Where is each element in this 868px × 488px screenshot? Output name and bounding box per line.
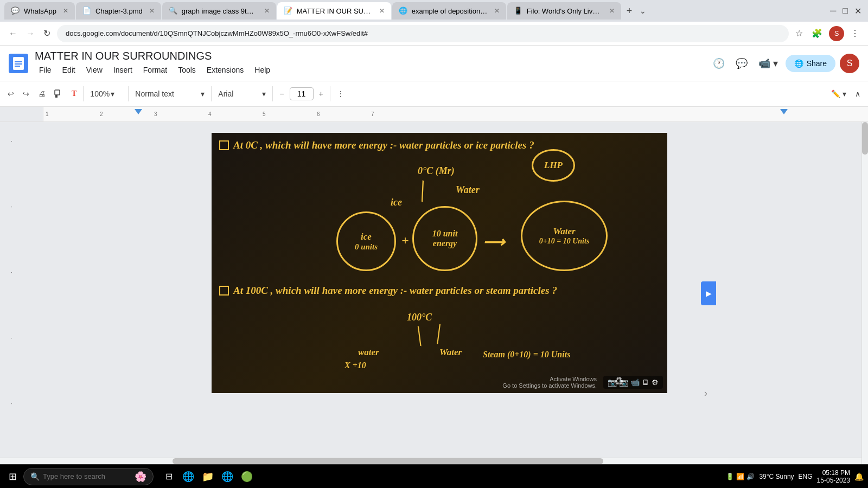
increase-font-button[interactable]: +	[316, 87, 327, 100]
ruler-right-margin[interactable]	[780, 109, 788, 114]
tab-bar: 💬 WhatsApp ✕ 📄 Chapter-3.pmd ✕ 🔍 graph i…	[0, 0, 868, 22]
tab-deposition-close[interactable]: ✕	[494, 7, 500, 15]
google-docs-icon[interactable]	[9, 54, 28, 73]
new-tab-button[interactable]: +	[622, 5, 637, 17]
tab-filo-close[interactable]: ✕	[609, 7, 615, 15]
taskbar-app-chrome[interactable]: 🌐	[219, 468, 236, 485]
menu-format[interactable]: Format	[139, 63, 171, 76]
taskbar-search-bar[interactable]: 🔍 🌸	[23, 468, 154, 485]
zoom-selector[interactable]: 100% ▾	[87, 87, 125, 100]
gemini-side-button[interactable]: ▶	[701, 281, 716, 305]
bookmark-button[interactable]: ☆	[793, 26, 805, 41]
vc-settings[interactable]: ⚙	[652, 378, 659, 387]
deposition-favicon: 🌐	[399, 7, 407, 15]
print-button[interactable]: 🖨	[35, 87, 49, 100]
menu-extensions[interactable]: Extensions	[202, 63, 248, 76]
back-button[interactable]: ←	[7, 27, 20, 41]
settings-button[interactable]: ⋮	[848, 26, 861, 41]
tab-matter[interactable]: 📝 MATTER IN OUR SURROUND... ✕	[277, 2, 391, 20]
menu-help[interactable]: Help	[250, 63, 275, 76]
taskbar-search-input[interactable]	[43, 472, 131, 480]
share-button[interactable]: 🌐 Share	[786, 55, 835, 72]
ruler-num-2: 2	[98, 111, 152, 117]
style-selector[interactable]: Normal text ▾	[132, 87, 208, 100]
notification-icon[interactable]: 🔔	[854, 472, 864, 481]
taskbar-app-taskview[interactable]: ⊟	[160, 468, 177, 485]
minimize-button[interactable]: ─	[828, 4, 838, 18]
menu-view[interactable]: View	[82, 63, 107, 76]
page-content[interactable]: · · · · · · At 0C , which will have more…	[0, 122, 868, 464]
temp-label: 0°C (Mr)	[418, 165, 455, 177]
vc-video[interactable]: 📹	[630, 378, 640, 387]
menu-tools[interactable]: Tools	[174, 63, 200, 76]
collapse-toolbar-button[interactable]: ∧	[852, 87, 864, 100]
tab-whatsapp-close[interactable]: ✕	[63, 7, 68, 15]
water-result-circle: Water 0+10 = 10 Units	[521, 201, 608, 271]
undo-button[interactable]: ↩	[4, 87, 17, 100]
url-input[interactable]	[57, 25, 789, 42]
scrollbar-thumb[interactable]	[862, 122, 868, 155]
menu-insert[interactable]: Insert	[109, 63, 137, 76]
paint-format-button[interactable]	[51, 87, 66, 100]
ruler-num-6: 6	[315, 111, 369, 117]
toolbar-sep-2	[128, 86, 129, 101]
horizontal-scrollbar[interactable]	[0, 458, 861, 464]
video-controls[interactable]: 📷 📷 📹 🖥 ⚙	[603, 376, 663, 389]
start-button[interactable]: ⊞	[4, 468, 21, 485]
decrease-font-button[interactable]: −	[276, 87, 287, 100]
spell-check-button[interactable]: T	[68, 87, 80, 100]
whatsapp-favicon: 💬	[11, 7, 20, 15]
maximize-button[interactable]: □	[840, 4, 850, 18]
user-avatar[interactable]: S	[840, 54, 859, 73]
tab-whatsapp[interactable]: 💬 WhatsApp ✕	[4, 2, 75, 20]
zoom-value: 100%	[90, 89, 110, 98]
tab-matter-close[interactable]: ✕	[379, 7, 385, 15]
tab-graph[interactable]: 🔍 graph image class 9th - Goo... ✕	[162, 2, 276, 20]
activate-windows: Activate Windows Go to Settings to activ…	[502, 376, 597, 389]
tab-matter-label: MATTER IN OUR SURROUND...	[297, 7, 373, 15]
taskbar-app-minecraft[interactable]: 🟢	[238, 468, 256, 485]
svg-rect-6	[55, 95, 58, 98]
ice-circle-text: ice 0 units	[355, 232, 378, 252]
vertical-scrollbar[interactable]	[861, 122, 868, 464]
comments-button[interactable]: 💬	[732, 55, 751, 72]
refresh-button[interactable]: ↻	[41, 26, 53, 41]
tab-chapter3-close[interactable]: ✕	[149, 7, 155, 15]
redo-button[interactable]: ↪	[20, 87, 33, 100]
vc-monitor[interactable]: 🖥	[642, 378, 649, 387]
tab-overflow-button[interactable]: ⌄	[637, 7, 648, 15]
menu-edit[interactable]: Edit	[58, 63, 80, 76]
document-image[interactable]: At 0C , which will have more energy :- w…	[212, 133, 667, 393]
water2-label: water	[358, 347, 379, 358]
checkbox-q2[interactable]	[219, 286, 229, 296]
profile-button[interactable]: S	[829, 26, 844, 41]
ruler-num-7: 7	[369, 111, 423, 117]
tab-filo[interactable]: 📱 Filo: World's Only Live Instan... ✕	[507, 2, 621, 20]
tab-graph-close[interactable]: ✕	[264, 7, 270, 15]
scroll-right-arrow[interactable]: ›	[704, 388, 707, 399]
forward-button[interactable]: →	[24, 27, 37, 41]
weather-info: 39°C Sunny	[759, 473, 794, 480]
close-button[interactable]: ✕	[852, 4, 864, 18]
checkbox-q1[interactable]	[219, 140, 229, 150]
ruler-left-margin[interactable]	[135, 109, 142, 114]
water-x-label: X +10	[344, 361, 366, 370]
font-size-input[interactable]: 11	[290, 87, 314, 100]
extensions-button[interactable]: 🧩	[809, 26, 825, 41]
pencil-mode-button[interactable]: ✏️ ▾	[828, 87, 850, 100]
taskbar-app-edge[interactable]: 🌐	[180, 468, 197, 485]
menu-file[interactable]: File	[35, 63, 56, 76]
ruler: 1 2 3 4 5 6 7	[0, 107, 868, 122]
taskbar-app-explorer[interactable]: 📁	[199, 468, 216, 485]
filo-favicon: 📱	[514, 7, 522, 15]
history-button[interactable]: 🕐	[710, 55, 728, 72]
font-selector[interactable]: Arial ▾	[215, 87, 269, 100]
h-scrollbar-thumb[interactable]	[173, 458, 603, 464]
tab-deposition[interactable]: 🌐 example of deposition class ... ✕	[392, 2, 506, 20]
tab-chapter3[interactable]: 📄 Chapter-3.pmd ✕	[76, 2, 161, 20]
meet-button[interactable]: 📹 ▾	[755, 55, 781, 72]
ruler-num-3: 3	[152, 111, 206, 117]
more-options-button[interactable]: ⋮	[334, 87, 348, 100]
document-image-container: At 0C , which will have more energy :- w…	[212, 133, 700, 393]
ruler-num-1: 1	[43, 111, 98, 117]
